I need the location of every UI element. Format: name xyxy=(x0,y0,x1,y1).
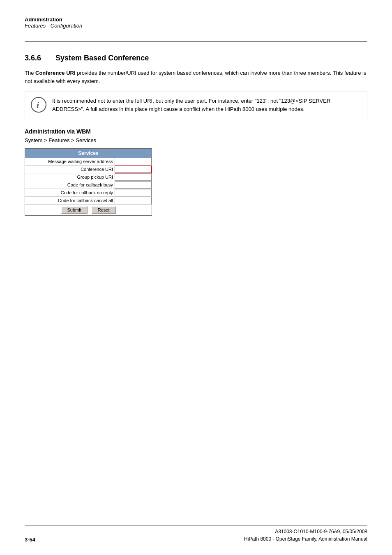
admin-wbm-title: Administration via WBM xyxy=(25,128,367,135)
info-box-text: It is recommended not to enter the full … xyxy=(52,97,361,113)
input-callback-busy[interactable] xyxy=(115,181,152,189)
header-divider xyxy=(25,41,367,41)
label-callback-no-reply: Code for callback no reply xyxy=(25,189,115,196)
info-box: i It is recommended not to enter the ful… xyxy=(25,92,367,118)
input-group-pickup[interactable] xyxy=(115,173,152,181)
footer-doc-ref: A31003-O1010-M100-9-76A9, 05/05/2008 xyxy=(244,528,367,535)
services-row-callback-busy: Code for callback busy xyxy=(25,181,152,189)
services-row-group-pickup: Group pickup URI xyxy=(25,173,152,181)
header-subtitle: Features - Configuration xyxy=(25,23,367,29)
input-callback-cancel-all[interactable] xyxy=(115,197,152,204)
footer-doc-title: HiPath 8000 - OpenStage Family, Administ… xyxy=(244,535,367,543)
page-footer: 3-54 A31003-O1010-M100-9-76A9, 05/05/200… xyxy=(25,525,367,543)
services-buttons: Submit Reset xyxy=(25,205,152,215)
services-row-conference-uri: Conference URI xyxy=(25,166,152,173)
footer-doc-info: A31003-O1010-M100-9-76A9, 05/05/2008 HiP… xyxy=(244,528,367,543)
submit-button[interactable]: Submit xyxy=(61,206,88,214)
services-row-callback-cancel-all: Code for callback cancel all xyxy=(25,197,152,205)
section-heading: System Based Conference xyxy=(55,54,149,62)
section-number: 3.6.6 xyxy=(25,54,41,62)
label-conference-uri: Conference URI xyxy=(25,166,115,173)
input-conference-uri[interactable] xyxy=(115,166,152,173)
info-icon: i xyxy=(31,97,46,113)
info-icon-svg: i xyxy=(34,99,43,111)
input-msg-waiting[interactable] xyxy=(115,158,152,165)
label-callback-cancel-all: Code for callback cancel all xyxy=(25,197,115,204)
footer-page-number: 3-54 xyxy=(25,537,35,543)
services-row-msg-waiting: Message waiting server address xyxy=(25,158,152,166)
services-panel: Services Message waiting server address … xyxy=(25,148,152,216)
label-msg-waiting: Message waiting server address xyxy=(25,158,115,165)
breadcrumb: System > Features > Services xyxy=(25,137,367,143)
body-text-content: provides the number/URI used for system … xyxy=(25,70,366,84)
reset-button[interactable]: Reset xyxy=(92,206,116,214)
body-text: The Conference URI provides the number/U… xyxy=(25,69,367,85)
input-callback-no-reply[interactable] xyxy=(115,189,152,196)
section-title: 3.6.6 System Based Conference xyxy=(25,54,367,62)
label-callback-busy: Code for callback busy xyxy=(25,182,115,188)
svg-text:i: i xyxy=(37,100,39,110)
services-header: Services xyxy=(25,149,152,158)
header-title: Administration xyxy=(25,16,367,23)
label-group-pickup: Group pickup URI xyxy=(25,174,115,180)
services-row-callback-no-reply: Code for callback no reply xyxy=(25,189,152,197)
conference-uri-bold: Conference URI xyxy=(35,70,76,76)
page-header: Administration Features - Configuration xyxy=(25,16,367,29)
